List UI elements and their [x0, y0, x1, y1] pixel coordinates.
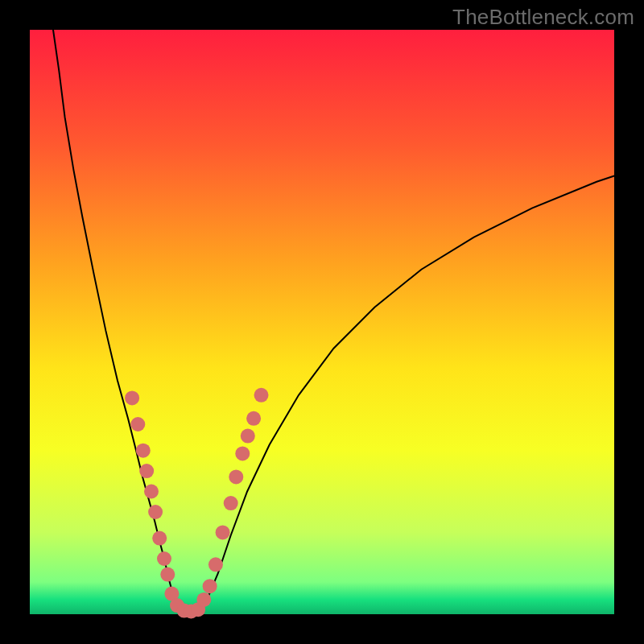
data-point: [216, 525, 230, 539]
data-point: [203, 579, 217, 593]
plot-background: [30, 30, 614, 614]
data-point: [208, 557, 223, 572]
data-point: [235, 446, 250, 460]
data-point: [157, 551, 171, 566]
data-point: [130, 417, 145, 431]
data-point: [224, 496, 238, 510]
data-point: [160, 568, 175, 582]
bottleneck-chart: [0, 0, 644, 644]
chart-frame: TheBottleneck.com: [0, 0, 644, 644]
data-point: [144, 485, 159, 499]
data-point: [136, 444, 151, 458]
data-point: [241, 429, 255, 444]
data-point: [139, 464, 154, 478]
data-point: [196, 592, 211, 607]
data-point: [246, 411, 261, 426]
data-point: [254, 388, 269, 402]
data-point: [125, 390, 139, 405]
data-point: [229, 469, 243, 484]
data-point: [152, 531, 167, 546]
data-point: [148, 505, 163, 519]
watermark-text: TheBottleneck.com: [452, 5, 634, 30]
